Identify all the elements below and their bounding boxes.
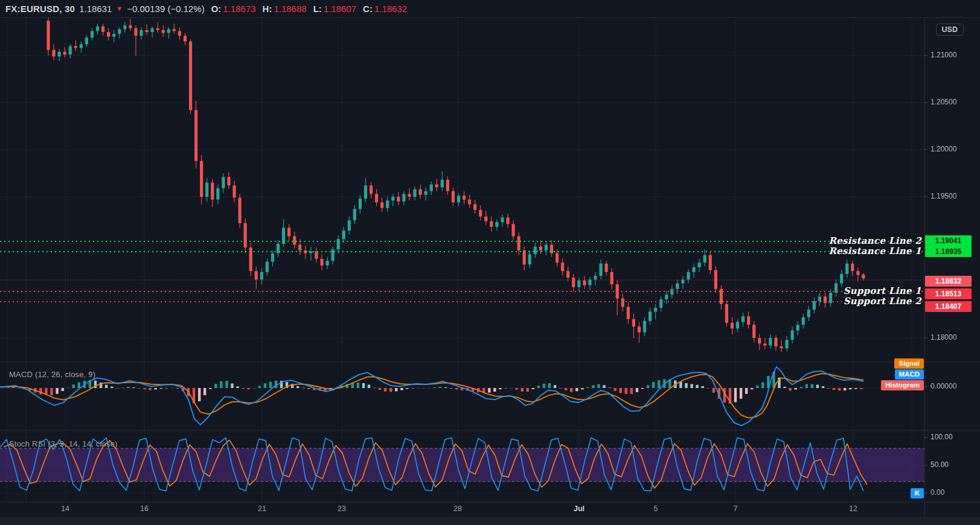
macd-histogram-bar	[373, 388, 376, 389]
candle-body	[627, 307, 630, 319]
time-axis-label: 28	[453, 504, 462, 513]
chart-canvas[interactable]	[0, 0, 980, 525]
time-axis-label: 14	[61, 504, 69, 513]
candle-body	[528, 254, 531, 264]
macd-histogram-bar	[417, 388, 419, 389]
candle-body	[222, 177, 225, 188]
candle-body	[408, 194, 411, 197]
macd-histogram-bar	[127, 387, 129, 388]
macd-histogram-bar	[592, 385, 594, 388]
candle-body	[123, 25, 126, 29]
macd-histogram-bar	[811, 384, 813, 389]
macd-histogram-bar	[428, 388, 431, 389]
macd-histogram-bar	[734, 388, 737, 402]
macd-pane-title[interactable]: MACD (12, 26, close, 9)	[9, 370, 95, 379]
candle-body	[736, 322, 739, 328]
trendline-label[interactable]: Support Line 1	[844, 285, 921, 296]
macd-histogram-bar	[488, 388, 490, 393]
candle-body	[676, 284, 679, 289]
macd-histogram-bar	[603, 385, 605, 388]
candle-body	[621, 298, 624, 307]
trendline-label[interactable]: Support Line 2	[844, 296, 921, 307]
macd-histogram-bar	[740, 388, 742, 399]
macd-histogram-bar	[400, 388, 403, 390]
macd-histogram-bar	[805, 384, 808, 388]
macd-histogram-bar	[679, 382, 682, 388]
candle-body	[271, 253, 274, 262]
price-axis-pill: 1.18513	[925, 288, 972, 299]
macd-histogram-bar	[751, 388, 753, 389]
time-axis-label: Jul	[574, 504, 584, 513]
candle-body	[380, 202, 383, 208]
macd-histogram-bar	[713, 388, 715, 393]
macd-histogram-bar	[450, 388, 452, 389]
macd-histogram-bar	[296, 386, 299, 388]
candle-body	[255, 271, 258, 279]
symbol-title[interactable]: FX:EURUSD, 30	[5, 4, 75, 14]
candle-body	[523, 250, 526, 264]
macd-histogram-bar	[690, 384, 693, 388]
macd-histogram-bar	[39, 388, 42, 395]
macd-histogram-bar	[702, 386, 704, 388]
macd-histogram-bar	[597, 384, 600, 388]
candle-body	[184, 36, 187, 41]
macd-histogram-bar	[630, 388, 633, 394]
price-axis-label: 1.21000	[930, 51, 956, 59]
candle-body	[463, 196, 466, 199]
candle-body	[468, 200, 471, 205]
stoch-pane-title[interactable]: Stoch RSI (3, 3, 14, 14, close)	[9, 439, 118, 448]
open-label: O:	[211, 4, 222, 14]
macd-histogram-bar	[652, 382, 655, 388]
macd-histogram-bar	[795, 388, 797, 390]
time-axis-label: 5	[654, 504, 658, 513]
time-axis-label: 16	[140, 504, 149, 513]
macd-histogram-bar	[384, 388, 386, 392]
candle-body	[534, 247, 537, 254]
macd-histogram-bar	[658, 380, 660, 388]
macd-histogram-bar	[548, 383, 551, 388]
currency-button[interactable]: USD	[936, 24, 964, 36]
candle-body	[725, 304, 728, 323]
candle-body	[167, 29, 170, 33]
candle-body	[244, 223, 247, 248]
candle-body	[457, 196, 460, 202]
candle-body	[747, 316, 750, 325]
candle-body	[731, 323, 734, 328]
candle-body	[315, 251, 318, 258]
macd-histogram-bar	[647, 385, 649, 388]
time-axis-label: 7	[734, 504, 738, 513]
signal-value-pill: Signal	[894, 358, 924, 369]
low-label: L:	[313, 4, 322, 14]
macd-histogram-bar	[225, 381, 228, 388]
macd-histogram-bar	[849, 388, 851, 389]
candle-body	[397, 197, 400, 202]
close-value: 1.18632	[374, 4, 407, 14]
macd-histogram-bar	[362, 383, 365, 388]
macd-histogram-bar	[1, 388, 4, 389]
candle-body	[96, 27, 99, 31]
candle-body	[91, 31, 94, 37]
candle-body	[605, 264, 608, 272]
trendline-label[interactable]: Resistance Line 2	[828, 235, 921, 246]
candle-body	[818, 296, 821, 301]
trendline-label[interactable]: Resistance Line 1	[828, 246, 921, 256]
candle-body	[703, 255, 706, 262]
candle-body	[402, 194, 405, 201]
time-axis-label: 12	[849, 504, 857, 513]
price-axis-pill: 1.19041	[925, 235, 972, 246]
candle-body	[610, 272, 613, 284]
candle-body	[741, 316, 745, 322]
candle-body	[112, 34, 115, 37]
macd-histogram-bar	[7, 387, 9, 388]
macd-histogram-bar	[641, 388, 644, 389]
candle-body	[638, 326, 641, 332]
candle-body	[796, 325, 799, 330]
candle-body	[418, 189, 421, 195]
candle-body	[80, 44, 83, 48]
macd-histogram-bar	[515, 388, 517, 390]
candle-body	[173, 29, 176, 31]
macd-histogram-bar	[537, 386, 540, 388]
candle-body	[495, 222, 498, 227]
candle-body	[802, 317, 805, 325]
macd-histogram-bar	[176, 388, 179, 389]
